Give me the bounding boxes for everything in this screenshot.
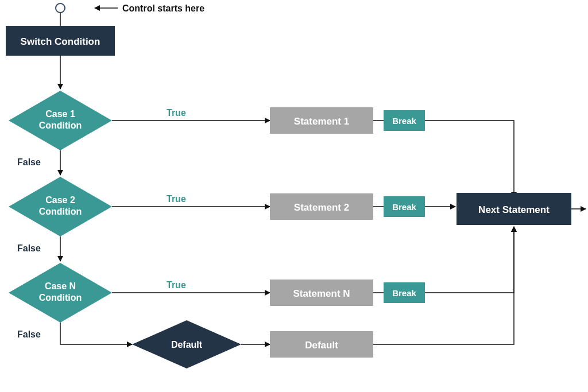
control-starts-label: Control starts here (122, 3, 204, 13)
case2-cond-line2: Condition (39, 207, 82, 216)
start-node (56, 3, 65, 13)
case2-true-label: True (167, 194, 186, 204)
case1-cond-line1: Case 1 (45, 109, 75, 119)
break2-label: Break (392, 202, 416, 212)
default-diamond-label: Default (171, 340, 203, 350)
caseN-cond-line1: Case N (45, 281, 76, 291)
statement2-label: Statement 2 (294, 202, 349, 213)
case2-false-label: False (17, 243, 41, 253)
next-statement-label: Next Statement (478, 204, 550, 215)
case1-cond-line2: Condition (39, 121, 82, 130)
caseN-false-label: False (17, 329, 41, 339)
statement1-label: Statement 1 (294, 116, 349, 127)
case2-cond-line1: Case 2 (45, 195, 75, 205)
default-statement-label: Default (305, 340, 338, 351)
break1-label: Break (392, 116, 416, 126)
statementN-label: Statement N (293, 288, 350, 299)
switch-condition-label: Switch Condition (21, 36, 100, 47)
case1-true-label: True (167, 108, 186, 118)
caseN-true-label: True (167, 280, 186, 290)
case1-false-label: False (17, 157, 41, 167)
caseN-cond-line2: Condition (39, 293, 82, 302)
breakN-label: Break (392, 288, 416, 298)
